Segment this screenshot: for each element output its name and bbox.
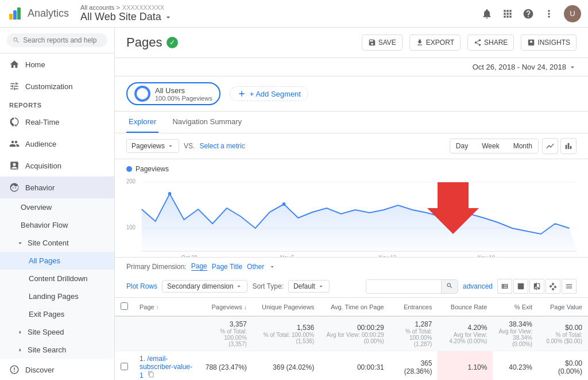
bar-chart-icon [564,141,573,151]
chart-area: Pageviews 200 100 Oct 29 Nov 5 Nov 12 No… [115,159,588,257]
table-search-button[interactable] [441,280,458,293]
save-label: SAVE [378,39,396,47]
avatar[interactable]: U [564,5,581,22]
col-pageviews-header[interactable]: Pageviews ↓ [199,298,253,316]
month-button[interactable]: Month [508,139,538,153]
sidebar-group-site-search[interactable]: Site Search [0,341,114,359]
add-segment-button[interactable]: + Add Segment [230,86,308,101]
sort-type-dropdown[interactable]: Default [288,280,330,293]
table-search[interactable] [366,279,458,294]
col-unique-pageviews-header[interactable]: Unique Pageviews [253,298,320,316]
row-1-exit: 40.23% [493,351,538,381]
copy-icon[interactable] [148,371,154,378]
row-1-avg-time: 00:00:31 [320,351,390,381]
col-page-value-header[interactable]: Page Value [538,298,588,316]
sidebar-subitem-content-drilldown[interactable]: Content Drilldown [0,270,114,287]
sidebar-subitem-all-pages[interactable]: All Pages [0,252,114,270]
legend-dot [126,166,132,172]
col-entrances-header[interactable]: Entrances [390,298,438,316]
line-chart-button[interactable] [542,138,558,154]
table-pivot-button[interactable] [546,279,560,294]
more-icon[interactable] [543,8,555,20]
sidebar-subitem-exit-pages[interactable]: Exit Pages [0,305,114,323]
advanced-link[interactable]: advanced [463,282,493,290]
table-row: 1. /email-subscriber-value-1 788 (23.47%… [115,351,588,381]
plot-rows-button[interactable]: Plot Rows [126,282,157,290]
col-page-header[interactable]: Page ↕ [134,298,199,316]
sidebar-item-audience-label: Audience [25,140,56,148]
totals-value-cell: $0.00 % of Total: 0.00% ($0.00) [538,316,588,351]
content-area: Pages ✓ SAVE EXPORT SHARE INSIG [115,28,588,380]
segment-all-users[interactable]: All Users 100.00% Pageviews [126,82,220,105]
table-view-buttons [497,279,577,294]
search-box[interactable] [7,33,107,47]
share-button[interactable]: SHARE [467,34,514,51]
sidebar-subitem-behavior-flow[interactable]: Behavior Flow [0,216,114,234]
share-label: SHARE [484,39,508,47]
week-button[interactable]: Week [476,139,505,153]
tab-navigation-summary[interactable]: Navigation Summary [170,112,244,133]
table-grid-view-button[interactable] [497,279,512,294]
row-1-num: 1. [140,355,145,363]
totals-page-cell [134,316,199,351]
sidebar-group-site-speed[interactable]: Site Speed [0,323,114,341]
customization-icon [9,81,20,91]
report-tabs: Explorer Navigation Summary [115,112,588,133]
insights-button[interactable]: INSIGHTS [521,34,577,51]
sidebar-item-home-label: Home [25,60,45,69]
vs-label: VS. [184,142,195,150]
sidebar-item-home[interactable]: Home [0,53,114,75]
table-controls: Plot Rows Secondary dimension Sort Type:… [115,275,588,298]
secondary-dimension-dropdown[interactable]: Secondary dimension [162,280,247,293]
svg-text:Nov 5: Nov 5 [280,255,295,257]
bar-chart-button[interactable] [560,138,577,154]
row-1-checkbox[interactable] [121,363,128,370]
realtime-icon [9,117,20,127]
site-selector[interactable]: All Web Site Data [80,11,173,23]
primary-metric-dropdown[interactable]: Pageviews [126,139,179,153]
select-all-checkbox[interactable] [121,302,128,310]
breadcrumb: All accounts > XXXXXXXXXX [80,4,173,11]
help-icon[interactable] [523,8,534,20]
table-compare-button[interactable] [529,279,544,294]
dim-page-title-link[interactable]: Page Title [212,263,242,271]
legend-label: Pageviews [136,165,169,173]
svg-rect-2 [17,7,21,20]
day-button[interactable]: Day [450,139,474,153]
table-search-input[interactable] [366,280,441,293]
sidebar-subitem-overview[interactable]: Overview [0,198,114,216]
save-button[interactable]: SAVE [362,34,403,51]
analytics-logo-icon [7,6,23,22]
sidebar-subitem-landing-pages[interactable]: Landing Pages [0,287,114,305]
totals-row: 3,357 % of Total: 100.00% (3,357) 1,536 … [115,316,588,351]
search-input[interactable] [23,36,102,44]
export-button[interactable]: EXPORT [409,34,461,51]
svg-rect-0 [9,14,13,20]
sidebar-item-customization[interactable]: Customization [0,75,114,97]
table-settings-button[interactable] [562,279,577,294]
sidebar-item-realtime[interactable]: Real-Time [0,111,114,133]
breadcrumb-all-accounts[interactable]: All accounts > [80,4,120,11]
col-avg-time-header[interactable]: Avg. Time on Page [320,298,390,316]
dim-page-link[interactable]: Page [191,262,207,271]
bell-icon[interactable] [481,8,493,20]
col-exit-header[interactable]: % Exit [493,298,538,316]
date-range-selector[interactable]: Oct 26, 2018 - Nov 24, 2018 [473,63,577,71]
col-bounce-rate-header[interactable]: Bounce Rate [438,298,493,316]
export-label: EXPORT [426,39,454,47]
add-icon [237,89,246,98]
sidebar-item-acquisition[interactable]: Acquisition [0,155,114,176]
select-metric-link[interactable]: Select a metric [199,142,245,150]
table-percent-view-button[interactable] [513,279,528,294]
sidebar-group-site-content[interactable]: Site Content [0,234,114,252]
sidebar-item-audience[interactable]: Audience [0,133,114,155]
tab-explorer[interactable]: Explorer [126,112,158,133]
dim-other-link[interactable]: Other [247,263,264,271]
sidebar-item-discover[interactable]: Discover [0,359,114,380]
sidebar-item-customization-label: Customization [25,82,72,91]
date-range-bar: Oct 26, 2018 - Nov 24, 2018 [115,58,588,76]
row-1-bounce: 1.10% [438,351,493,381]
grid-icon[interactable] [502,8,513,20]
sidebar-item-behavior[interactable]: Behavior [0,176,114,198]
status-badge: ✓ [167,37,178,48]
